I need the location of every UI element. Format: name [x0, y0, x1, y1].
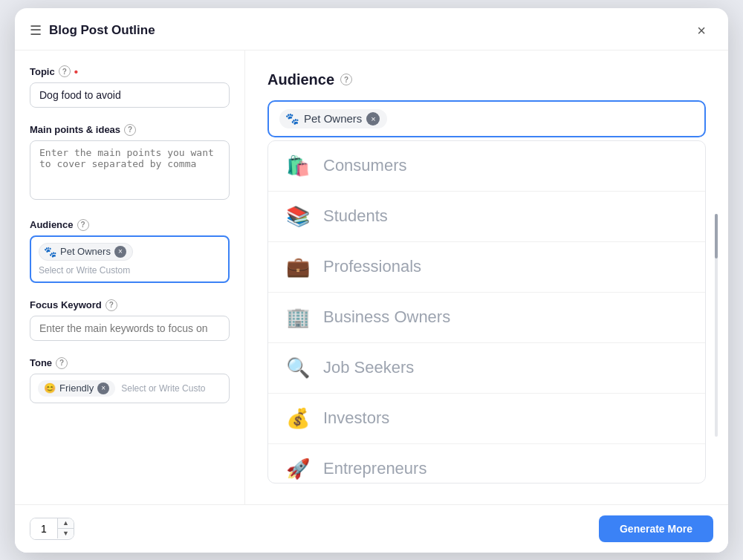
- option-icon: 📚: [285, 205, 311, 228]
- tone-tag-icon: 😊: [44, 382, 56, 394]
- tone-tag-label: Friendly: [59, 382, 94, 394]
- tone-label: Tone ?: [30, 357, 230, 369]
- stepper-up[interactable]: ▲: [58, 518, 74, 529]
- audience-option[interactable]: 🛍️ Consumers: [268, 141, 705, 192]
- focus-keyword-label: Focus Keyword ?: [30, 299, 230, 311]
- left-panel: Topic ? • Main points & ideas ? Audience…: [15, 51, 245, 504]
- audience-option[interactable]: 🚀 Entrepreneurs: [268, 444, 705, 483]
- audience-title-row: Audience ?: [267, 71, 706, 88]
- audience-field-group: Audience ? 🐾 Pet Owners × Select or Writ…: [30, 219, 230, 283]
- scroll-thumb: [715, 214, 718, 258]
- audience-tag-row: 🐾 Pet Owners ×: [39, 243, 221, 261]
- option-icon: 🏢: [285, 306, 311, 329]
- modal-title: Blog Post Outline: [49, 23, 155, 38]
- modal-title-area: ☰ Blog Post Outline: [30, 22, 155, 39]
- audience-tag: 🐾 Pet Owners ×: [39, 243, 133, 261]
- audience-search-box[interactable]: 🐾 Pet Owners ×: [267, 100, 706, 137]
- audience-search-tag-close[interactable]: ×: [366, 112, 380, 126]
- stepper-input[interactable]: [30, 518, 57, 539]
- tone-help-icon: ?: [56, 357, 68, 369]
- right-panel: Audience ? 🐾 Pet Owners × 🛍️ Consumers 📚…: [245, 51, 728, 504]
- audience-option[interactable]: 🔍 Job Seekers: [268, 343, 705, 394]
- option-label: Business Owners: [323, 307, 450, 327]
- option-icon: 💰: [285, 407, 311, 430]
- audience-placeholder: Select or Write Custom: [39, 265, 221, 276]
- number-stepper[interactable]: ▲ ▼: [30, 518, 74, 540]
- option-label: Consumers: [323, 156, 406, 175]
- option-label: Professionals: [323, 257, 421, 276]
- audience-option[interactable]: 💰 Investors: [268, 394, 705, 444]
- scroll-track: [715, 214, 718, 437]
- audience-selected-icon: 🐾: [285, 112, 299, 126]
- main-points-field-group: Main points & ideas ?: [30, 124, 230, 203]
- tone-placeholder: Select or Write Custo: [121, 383, 205, 394]
- topic-help-icon: ?: [59, 65, 71, 77]
- focus-keyword-field-group: Focus Keyword ?: [30, 299, 230, 341]
- tone-field-group: Tone ? 😊 Friendly × Select or Write Cust…: [30, 357, 230, 403]
- audience-tag-close[interactable]: ×: [114, 246, 126, 258]
- topic-field-group: Topic ? •: [30, 65, 230, 108]
- audience-title: Audience: [267, 71, 334, 88]
- audience-dropdown: 🛍️ Consumers 📚 Students 💼 Professionals …: [267, 140, 706, 484]
- option-label: Investors: [323, 408, 389, 428]
- stepper-arrows: ▲ ▼: [57, 518, 74, 538]
- option-icon: 🚀: [285, 458, 311, 481]
- audience-title-help-icon: ?: [340, 74, 352, 85]
- topic-label: Topic ? •: [30, 65, 230, 78]
- tone-tag: 😊 Friendly ×: [38, 380, 115, 397]
- option-label: Job Seekers: [323, 358, 414, 377]
- lines-icon: ☰: [30, 22, 42, 39]
- audience-label: Audience ?: [30, 219, 230, 231]
- footer-bar: ▲ ▼ Generate More: [15, 504, 728, 553]
- audience-option[interactable]: 📚 Students: [268, 192, 705, 242]
- stepper-down[interactable]: ▼: [58, 529, 74, 538]
- audience-selected-tag: 🐾 Pet Owners ×: [279, 109, 387, 128]
- topic-required: •: [74, 65, 78, 78]
- main-points-help-icon: ?: [124, 124, 136, 136]
- option-icon: 💼: [285, 255, 311, 279]
- focus-keyword-help-icon: ?: [106, 299, 117, 311]
- audience-option[interactable]: 💼 Professionals: [268, 242, 705, 293]
- tone-field[interactable]: 😊 Friendly × Select or Write Custo: [30, 374, 230, 403]
- generate-button[interactable]: Generate More: [599, 515, 713, 542]
- option-label: Students: [323, 206, 388, 226]
- audience-option[interactable]: 🏢 Business Owners: [268, 293, 705, 343]
- audience-tag-icon: 🐾: [44, 246, 56, 258]
- option-icon: 🛍️: [285, 154, 311, 178]
- audience-dropdown-scroll[interactable]: 🛍️ Consumers 📚 Students 💼 Professionals …: [268, 141, 705, 483]
- main-points-textarea[interactable]: [30, 140, 230, 200]
- topic-input[interactable]: [30, 82, 230, 108]
- modal-header: ☰ Blog Post Outline ×: [15, 8, 728, 51]
- option-icon: 🔍: [285, 356, 311, 380]
- option-label: Entrepreneurs: [323, 459, 426, 478]
- close-button[interactable]: ×: [692, 22, 710, 39]
- modal-body: Topic ? • Main points & ideas ? Audience…: [15, 51, 728, 504]
- focus-keyword-input[interactable]: [30, 316, 230, 341]
- tone-tag-close[interactable]: ×: [97, 382, 109, 394]
- audience-field[interactable]: 🐾 Pet Owners × Select or Write Custom: [30, 235, 230, 283]
- audience-selected-label: Pet Owners: [304, 112, 362, 125]
- modal: ☰ Blog Post Outline × Topic ? • Main poi…: [15, 8, 728, 553]
- main-points-label: Main points & ideas ?: [30, 124, 230, 136]
- audience-help-icon: ?: [77, 219, 89, 231]
